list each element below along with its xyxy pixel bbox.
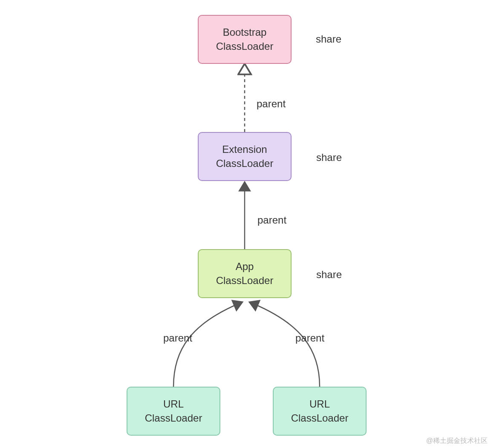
node-bootstrap-line2: ClassLoader	[216, 40, 274, 53]
label-parent-right: parent	[295, 332, 324, 344]
arrow-url2-to-app	[253, 304, 320, 387]
arrows-layer	[0, 0, 491, 448]
node-bootstrap-line1: Bootstrap	[223, 26, 267, 39]
label-parent-mid: parent	[257, 214, 286, 226]
node-url1-line1: URL	[163, 397, 184, 411]
node-app-line1: App	[236, 260, 254, 273]
node-extension-classloader: Extension ClassLoader	[198, 132, 292, 181]
node-url1-line2: ClassLoader	[145, 411, 202, 425]
node-bootstrap-classloader: Bootstrap ClassLoader	[198, 15, 292, 64]
node-app-classloader: App ClassLoader	[198, 249, 292, 298]
node-url-classloader-right: URL ClassLoader	[273, 387, 367, 436]
node-extension-line2: ClassLoader	[216, 157, 274, 170]
arrow-url1-to-app	[173, 304, 239, 387]
label-share-low: share	[316, 269, 342, 281]
node-app-line2: ClassLoader	[216, 274, 274, 287]
label-share-top: share	[316, 33, 341, 45]
node-url2-line2: ClassLoader	[291, 411, 349, 425]
node-url2-line1: URL	[309, 397, 330, 411]
label-parent-top: parent	[257, 98, 286, 110]
label-share-mid: share	[316, 152, 342, 164]
node-url-classloader-left: URL ClassLoader	[127, 387, 220, 436]
label-parent-left: parent	[163, 332, 192, 344]
node-extension-line1: Extension	[222, 143, 267, 156]
watermark-text: @稀土掘金技术社区	[426, 437, 488, 445]
